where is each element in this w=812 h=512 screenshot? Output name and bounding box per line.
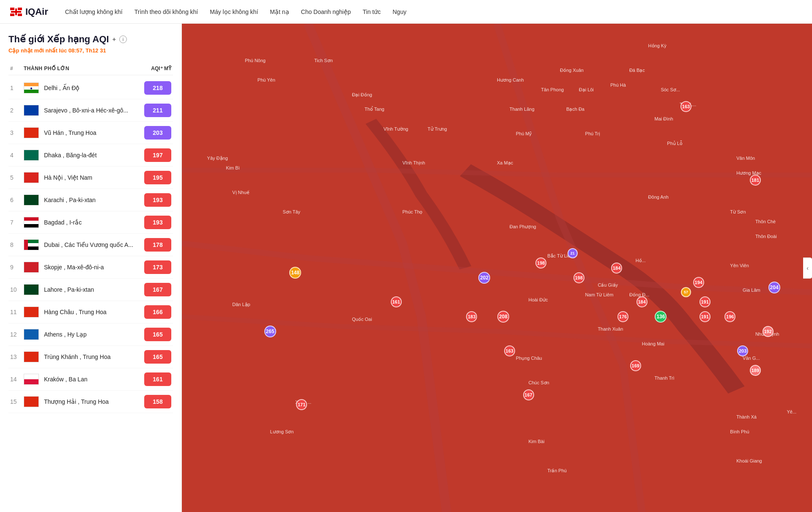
- map-place-label: Vân Môn: [736, 156, 755, 161]
- city-name: Bagdad , I-rắc: [44, 219, 144, 226]
- aqi-map-marker[interactable]: 169: [630, 360, 641, 371]
- nav-purifier[interactable]: Máy lọc không khí: [210, 8, 258, 15]
- map-place-label: Từ Sơn: [730, 209, 746, 215]
- nav-business[interactable]: Cho Doanh nghiệp: [301, 8, 351, 15]
- aqi-map-marker[interactable]: 194: [693, 277, 704, 288]
- aqi-map-marker[interactable]: 183: [466, 311, 477, 322]
- aqi-map-marker[interactable]: 208: [497, 311, 509, 323]
- city-name: Skopje , Ma-xê-đô-ni-a: [44, 264, 144, 271]
- rank-number: 8: [10, 241, 24, 248]
- aqi-badge: 167: [144, 283, 171, 296]
- aqi-map-marker[interactable]: 176: [617, 311, 628, 322]
- table-row[interactable]: 8 Dubai , Các Tiểu Vương quốc A... 178: [8, 234, 173, 256]
- table-row[interactable]: 1 Delhi , Ấn Độ 218: [8, 77, 173, 99]
- rank-number: 14: [10, 376, 24, 383]
- aqi-map-marker[interactable]: 167: [523, 389, 534, 400]
- aqi-map-marker[interactable]: 171: [296, 399, 307, 410]
- collapse-sidebar-button[interactable]: ‹: [803, 257, 812, 279]
- aqi-map-marker[interactable]: 196: [724, 311, 735, 322]
- map-place-label: Yê...: [787, 409, 796, 414]
- nav-news[interactable]: Tin tức: [363, 8, 381, 15]
- table-row[interactable]: 5 Hà Nội , Việt Nam 195: [8, 167, 173, 189]
- col-rank: #: [10, 66, 24, 71]
- aqi-badge: 193: [144, 216, 171, 229]
- table-row[interactable]: 10 Lahore , Pa-ki-xtan 167: [8, 279, 173, 301]
- map-place-label: Phú Mỹ: [516, 131, 532, 137]
- rank-number: 4: [10, 152, 24, 159]
- table-row[interactable]: 12 Athens , Hy Lạp 165: [8, 323, 173, 346]
- map-place-label: Quốc Oai: [352, 317, 372, 322]
- aqi-badge: 195: [144, 171, 171, 184]
- city-name: Karachi , Pa-ki-xtan: [44, 197, 144, 203]
- nav-mask[interactable]: Mặt nạ: [270, 8, 289, 15]
- flag-icon: [24, 307, 39, 318]
- aqi-map-marker[interactable]: 191: [700, 311, 710, 322]
- map-place-label: Phú Hà: [610, 82, 626, 88]
- aqi-map-marker[interactable]: 202: [478, 272, 490, 284]
- nav-air-quality[interactable]: Chất lượng không khí: [65, 8, 123, 15]
- nav-danger[interactable]: Nguy: [392, 8, 406, 15]
- table-row[interactable]: 13 Trùng Khánh , Trung Hoa 165: [8, 346, 173, 368]
- rank-number: 1: [10, 85, 24, 91]
- aqi-map-marker[interactable]: 198: [573, 272, 584, 283]
- rank-number: 5: [10, 174, 24, 181]
- aqi-map-marker[interactable]: 189: [750, 365, 761, 376]
- table-row[interactable]: 2 Sarajevo , Bô-xni-a Héc-xê-gô... 211: [8, 99, 173, 122]
- aqi-map-marker[interactable]: 198: [535, 257, 546, 268]
- table-row[interactable]: 6 Karachi , Pa-ki-xtan 193: [8, 189, 173, 211]
- table-row[interactable]: 3 Vũ Hán , Trung Hoa 203: [8, 122, 173, 144]
- table-row[interactable]: 11 Hàng Châu , Trung Hoa 166: [8, 301, 173, 323]
- info-icon[interactable]: i: [119, 36, 127, 43]
- map-place-label: Đan Phượng: [510, 224, 536, 230]
- flag-icon: [24, 172, 39, 183]
- map-place-label: Tử Trưng: [428, 126, 447, 132]
- map-place-label: Gia Lâm: [743, 287, 760, 293]
- aqi-map-marker[interactable]: 184: [611, 263, 622, 274]
- aqi-badge: 211: [144, 104, 171, 117]
- nav-monitor[interactable]: Trình theo dõi không khí: [134, 8, 198, 15]
- city-name: Athens , Hy Lạp: [44, 331, 144, 338]
- aqi-map-marker[interactable]: 184: [636, 296, 647, 307]
- map-place-label: Vĩnh Tường: [384, 126, 408, 132]
- aqi-map-marker[interactable]: 136: [655, 311, 667, 323]
- aqi-map-marker[interactable]: 204: [768, 282, 780, 293]
- table-row[interactable]: 14 Kraków , Ba Lan 161: [8, 368, 173, 391]
- aqi-map-marker[interactable]: 161: [391, 296, 402, 307]
- rank-number: 2: [10, 107, 24, 114]
- map-place-label: Phù Yên: [258, 77, 275, 82]
- aqi-map-marker[interactable]: 148: [289, 267, 301, 279]
- logo[interactable]: IQAir: [10, 6, 48, 17]
- aqi-map-marker[interactable]: 191: [700, 296, 710, 307]
- table-row[interactable]: 9 Skopje , Ma-xê-đô-ni-a 173: [8, 256, 173, 279]
- table-row[interactable]: 15 Thượng Hải , Trung Hoa 158: [8, 391, 173, 413]
- aqi-map-marker[interactable]: 21: [568, 248, 578, 258]
- aqi-map-marker[interactable]: 265: [264, 326, 276, 337]
- aqi-badge: 218: [144, 81, 171, 95]
- sidebar-title: Thế giới Xếp hạng AQI+ i: [8, 34, 173, 45]
- aqi-map-marker[interactable]: 57: [681, 287, 691, 297]
- map-place-label: Đá Bạc: [629, 68, 645, 73]
- map-place-label: Đông Anh: [648, 194, 669, 200]
- map-area[interactable]: ‹ Hồng KỳPhú NôngPhù YênTich SơnĐồng Xuâ…: [182, 24, 812, 512]
- map-place-label: Thôn Đoài: [755, 234, 777, 239]
- aqi-map-marker[interactable]: 203: [737, 345, 748, 356]
- flag-icon: [24, 150, 39, 161]
- aqi-map-marker[interactable]: 192: [763, 326, 774, 337]
- flag-icon: [24, 82, 39, 93]
- map-place-label: Kim Bài: [529, 439, 545, 444]
- aqi-map-marker[interactable]: 163: [504, 345, 515, 356]
- table-row[interactable]: 4 Dhaka , Băng-la-đét 197: [8, 144, 173, 167]
- table-row[interactable]: 7 Bagdad , I-rắc 193: [8, 211, 173, 234]
- flag-icon: [24, 329, 39, 340]
- map-place-label: Thôn Chè: [755, 219, 776, 224]
- rank-number: 9: [10, 264, 24, 271]
- aqi-map-marker[interactable]: 163: [680, 101, 691, 112]
- map-place-label: Hương Canh: [497, 77, 524, 83]
- aqi-badge: 165: [144, 328, 171, 341]
- city-name: Thượng Hải , Trung Hoa: [44, 398, 144, 405]
- aqi-map-marker[interactable]: 181: [750, 175, 761, 186]
- map-place-label: Sơn Tây: [283, 209, 300, 215]
- map-place-label: Phủ Lỗ: [667, 141, 683, 146]
- map-place-label: Mai Đình: [655, 116, 673, 121]
- map-place-label: Khoái Giang: [736, 458, 762, 463]
